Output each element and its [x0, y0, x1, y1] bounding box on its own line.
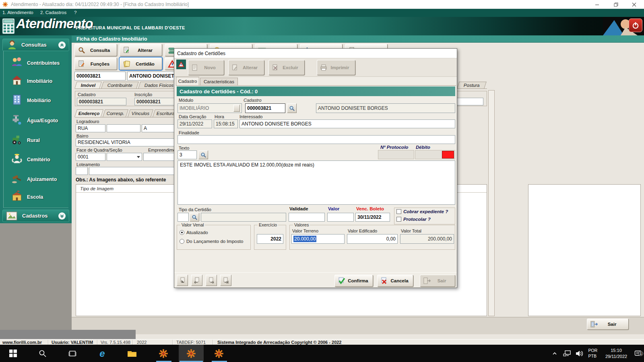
- clock-tray-button[interactable]: 15:10 29/11/2022: [601, 345, 632, 362]
- cadastro-search-button[interactable]: [287, 103, 297, 113]
- restore-button[interactable]: [610, 0, 622, 8]
- last-record-button[interactable]: [220, 275, 231, 286]
- minimize-button[interactable]: [591, 0, 603, 8]
- subtab-endereco[interactable]: Endereço: [74, 109, 103, 117]
- valor-edificado-field[interactable]: 0,00: [347, 234, 398, 244]
- action-center-button[interactable]: 1: [633, 345, 643, 362]
- loteamento-codigo-field[interactable]: [76, 167, 88, 175]
- cobrar-expediente-checkbox[interactable]: [396, 209, 401, 214]
- sidebar-item-escola[interactable]: Escola: [11, 188, 67, 206]
- dialog-alterar-button[interactable]: Alterar: [228, 60, 264, 75]
- confirma-button[interactable]: Confirma: [334, 275, 373, 287]
- first-record-button[interactable]: [177, 275, 188, 286]
- menu-cadastros[interactable]: 2. Cadastros: [40, 10, 66, 15]
- logradouro-tipo-field[interactable]: RUA: [76, 124, 105, 132]
- modulo-dropdown-button[interactable]: [233, 105, 240, 112]
- taskbar-search-button[interactable]: [33, 345, 52, 362]
- tab-contribuinte[interactable]: Contribuinte: [101, 82, 139, 88]
- cadastro-group-field[interactable]: 000003821: [77, 98, 126, 105]
- sidebar-item-label: Contribuintes: [27, 60, 60, 66]
- validade-field[interactable]: [289, 213, 325, 222]
- alterar-button[interactable]: Alterar: [120, 44, 162, 56]
- app1-fiorilli-button[interactable]: [151, 345, 175, 362]
- next-record-button[interactable]: [206, 275, 217, 286]
- valor-total-field[interactable]: 200.000,00: [400, 234, 454, 244]
- texto-codigo-field[interactable]: 3: [178, 150, 197, 159]
- previous-record-button[interactable]: [191, 275, 202, 286]
- cadastro-codigo-field[interactable]: 000003821: [74, 72, 126, 80]
- edge-button[interactable]: e: [93, 345, 112, 362]
- app2-fiorilli-button-active[interactable]: [179, 345, 204, 362]
- main-sair-button[interactable]: Sair: [587, 319, 629, 330]
- dialog-sair-button[interactable]: Sair: [420, 275, 455, 287]
- dialog-nome-field[interactable]: ANTONIO DONISETE BORGES: [316, 103, 455, 113]
- task-view-button[interactable]: [63, 345, 82, 362]
- face-quadra-field[interactable]: 0001: [76, 153, 105, 161]
- novo-button[interactable]: Novo: [188, 60, 224, 75]
- tab-imovel[interactable]: Imóvel: [74, 82, 102, 88]
- fiorilli-app-icon: [159, 349, 168, 358]
- app3-fiorilli-button[interactable]: [207, 345, 231, 362]
- funcoes-button[interactable]: Funções: [74, 58, 117, 70]
- atualizado-radio-option[interactable]: Atualizado: [180, 230, 208, 235]
- collapse-down-icon[interactable]: [58, 212, 66, 220]
- language-tray-button[interactable]: POR PTB: [586, 345, 600, 362]
- secao-dropdown[interactable]: [107, 153, 142, 161]
- sidebar-item-rural[interactable]: Rural: [11, 132, 67, 149]
- volume-tray-button[interactable]: [573, 345, 585, 362]
- modulo-field[interactable]: IMOBILIÁRIO: [178, 103, 242, 113]
- dialog-titlebar[interactable]: Cadastro de Certidões: [174, 49, 457, 58]
- hora-field[interactable]: 15:08:15: [214, 119, 238, 128]
- menu-atendimento[interactable]: 1. Atendimento: [2, 10, 33, 15]
- texto-conteudo-area[interactable]: ESTE IMOVEL ESTA AVALIADO EM 12.000,00(d…: [178, 160, 455, 205]
- start-button[interactable]: [3, 345, 23, 362]
- close-icon[interactable]: [628, 0, 640, 8]
- dialog-tab-cadastro[interactable]: Cadastro: [176, 77, 199, 85]
- protocolar-option[interactable]: Protocolar ?: [396, 217, 431, 222]
- sidebar-item-cemiterio[interactable]: Cemitério: [11, 151, 67, 169]
- network-tray-button[interactable]: [561, 345, 573, 362]
- vertical-scrollbar[interactable]: [488, 90, 495, 316]
- sidebar-group-consultas[interactable]: Consultas: [2, 39, 69, 51]
- venc-boleto-field[interactable]: 30/11/2022: [355, 213, 390, 222]
- subtab-vinculos[interactable]: Vínculos: [128, 109, 153, 117]
- cobrar-expediente-option[interactable]: Cobrar expediente ?: [396, 209, 448, 214]
- collapse-up-icon[interactable]: [58, 41, 66, 49]
- lancamento-radio[interactable]: [180, 239, 184, 244]
- tab-postura[interactable]: Postura: [457, 82, 487, 88]
- power-button[interactable]: [629, 19, 642, 32]
- cancela-button[interactable]: Cancela: [377, 275, 413, 287]
- sidebar-item-imobiliario[interactable]: Imobiliário: [11, 72, 67, 90]
- finalidade-field[interactable]: [178, 135, 455, 144]
- tipo-certidao-codigo-field[interactable]: [178, 213, 189, 222]
- sidebar-group-cadastros[interactable]: Cadastros: [2, 210, 69, 222]
- sidebar-item-ajuizamento[interactable]: Ajuizamento: [11, 171, 67, 188]
- consulta-button[interactable]: Consulta: [74, 44, 117, 56]
- tray-expand-button[interactable]: [549, 345, 560, 362]
- sidebar-item-mobiliario[interactable]: Mobiliário: [11, 92, 67, 109]
- valor-terreno-field[interactable]: 20.000,00: [291, 234, 345, 244]
- lancamento-radio-option[interactable]: Do Lançamento do Imposto: [180, 239, 243, 244]
- menu-help[interactable]: ?: [74, 10, 76, 15]
- sidebar-item-contribuintes[interactable]: Contribuintes: [11, 54, 67, 72]
- excluir-button[interactable]: Excluir: [268, 60, 305, 75]
- imprimir-button[interactable]: Imprimir: [317, 60, 355, 75]
- bairro-label: Bairro: [76, 134, 88, 138]
- dialog-cadastro-field[interactable]: 000003821: [245, 103, 285, 113]
- logradouro-codigo-field[interactable]: [107, 124, 140, 132]
- subtab-corresp[interactable]: Corresp.: [103, 109, 128, 117]
- tipo-certidao-descricao-field[interactable]: [201, 213, 286, 222]
- data-geracao-field[interactable]: 29/11/2022: [178, 119, 212, 128]
- file-explorer-button[interactable]: [122, 345, 142, 362]
- dialog-tab-caracteristicas[interactable]: Caracteristicas: [200, 78, 238, 85]
- consultas-person-icon: [7, 40, 17, 50]
- tipo-certidao-search-button[interactable]: [190, 213, 199, 222]
- sidebar-item-agua-esgoto[interactable]: Água/Esgoto: [11, 112, 67, 130]
- valor-field[interactable]: [327, 213, 354, 222]
- exercicio-field[interactable]: 2022: [257, 234, 283, 244]
- certidao-button[interactable]: Certidão: [120, 58, 162, 70]
- texto-search-button[interactable]: [198, 150, 208, 159]
- atualizado-radio[interactable]: [180, 230, 184, 235]
- interessado-field[interactable]: ANTONIO DONISETE BORGES: [239, 119, 455, 128]
- protocolar-checkbox[interactable]: [396, 217, 401, 222]
